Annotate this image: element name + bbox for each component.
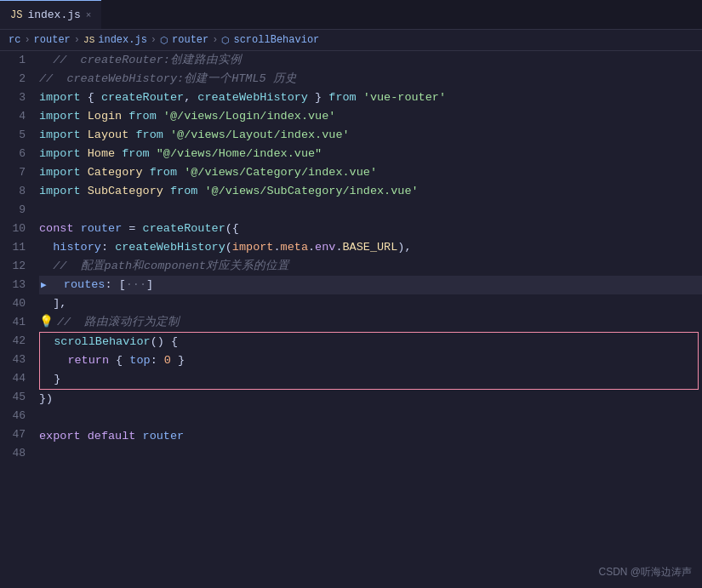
- breadcrumb-rc: rc: [9, 34, 20, 46]
- code-line-44: }: [40, 370, 698, 389]
- tab-close-button[interactable]: ×: [86, 10, 92, 20]
- code-line-2: // createWebHistory:创建一个HTML5 历史: [39, 70, 702, 88]
- breadcrumb-scrollbehavior: scrollBehavior: [233, 34, 319, 46]
- breadcrumb-sep1: ›: [24, 34, 30, 46]
- breadcrumb-router2[interactable]: router: [172, 34, 208, 46]
- code-line-12: // 配置path和component对应关系的位置: [39, 257, 702, 276]
- code-line-3: import { createRouter, createWebHistory …: [39, 88, 702, 107]
- code-line-46: [39, 408, 702, 427]
- code-area: // createRouter:创建路由实例 // createWebHisto…: [36, 51, 702, 588]
- code-line-43: return { top: 0 }: [40, 351, 698, 370]
- breadcrumb: rc › router › JS index.js › ⬡ router › ⬡…: [0, 30, 702, 51]
- tab-file-icon: JS: [10, 9, 22, 21]
- breadcrumb-js-icon: JS: [83, 35, 94, 45]
- code-line-47: export default router: [39, 427, 702, 446]
- tab-filename: index.js: [27, 9, 80, 21]
- breadcrumb-scroll-icon: ⬡: [221, 35, 230, 46]
- breadcrumb-sep2: ›: [74, 34, 80, 46]
- tab-index-js[interactable]: JS index.js ×: [0, 0, 101, 29]
- code-line-9: [39, 201, 702, 220]
- code-line-7: import Category from '@/views/Category/i…: [39, 163, 702, 182]
- code-line-42: scrollBehavior() {: [40, 333, 698, 351]
- breadcrumb-sep4: ›: [212, 34, 218, 46]
- breadcrumb-router1[interactable]: router: [34, 34, 71, 46]
- code-line-40: ],: [39, 294, 702, 313]
- code-line-41: 💡// 路由滚动行为定制: [39, 313, 702, 332]
- boxed-region: scrollBehavior() { return { top: 0 } }: [39, 332, 699, 390]
- code-line-10: const router = createRouter({: [39, 220, 702, 238]
- breadcrumb-router-icon: ⬡: [160, 35, 168, 46]
- code-line-11: history: createWebHistory(import.meta.en…: [39, 238, 702, 257]
- editor: 1 2 3 4 5 6 7 8 9 10 11 12 13 40 41 42 4…: [0, 51, 702, 588]
- code-line-13: ▶ routes: [···]: [39, 276, 702, 294]
- breadcrumb-indexjs[interactable]: index.js: [98, 34, 147, 46]
- watermark: CSDN @听海边涛声: [598, 562, 692, 581]
- code-line-6: import Home from "@/views/Home/index.vue…: [39, 145, 702, 163]
- tab-bar: JS index.js ×: [0, 0, 702, 30]
- code-line-4: import Login from '@/views/Login/index.v…: [39, 107, 702, 126]
- code-line-8: import SubCategory from '@/views/SubCate…: [39, 182, 702, 201]
- code-line-5: import Layout from '@/views/Layout/index…: [39, 126, 702, 145]
- code-line-1: // createRouter:创建路由实例: [39, 51, 702, 70]
- line-numbers: 1 2 3 4 5 6 7 8 9 10 11 12 13 40 41 42 4…: [0, 51, 36, 588]
- code-line-45: }): [39, 390, 702, 408]
- code-line-48: [39, 446, 702, 465]
- breadcrumb-sep3: ›: [151, 34, 157, 46]
